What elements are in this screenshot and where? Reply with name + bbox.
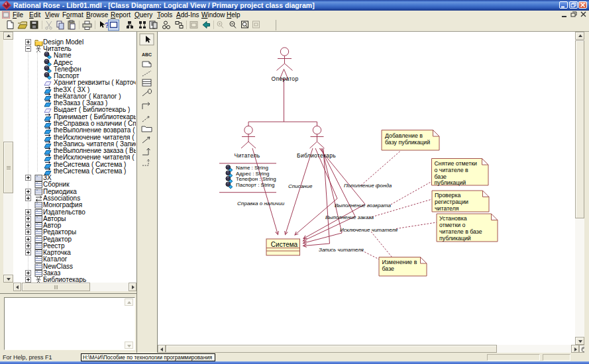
svg-text:Изменение в: Изменение в — [382, 259, 417, 265]
svg-text:ABC: ABC — [142, 52, 152, 57]
svg-text:отметки о: отметки о — [439, 222, 466, 228]
svg-text:о читателе в: о читателе в — [435, 167, 468, 173]
svg-text:Библиотекарь: Библиотекарь — [297, 152, 336, 159]
svg-text:Система: Система — [271, 241, 298, 248]
svg-text:читателя: читателя — [435, 205, 459, 212]
svg-text:Добавление в: Добавление в — [385, 132, 423, 139]
svg-text:Оператор: Оператор — [272, 75, 299, 82]
svg-text:Паспорт : String: Паспорт : String — [236, 182, 274, 188]
svg-text:Пополнение фонда: Пополнение фонда — [344, 183, 392, 189]
svg-text:базу публикаций: базу публикаций — [385, 139, 430, 146]
svg-text:Исключение читателя: Исключение читателя — [340, 227, 398, 233]
svg-text:регистрации: регистрации — [435, 199, 468, 205]
svg-text:Запись читателя: Запись читателя — [319, 247, 364, 253]
svg-text:Списание: Списание — [288, 183, 313, 189]
svg-text:читателе в базе: читателе в базе — [439, 228, 482, 235]
svg-text:Проверка: Проверка — [435, 192, 461, 199]
svg-text:Справка о наличии: Справка о наличии — [237, 201, 285, 206]
svg-text:Читатель: Читатель — [235, 152, 260, 159]
svg-text:базе: базе — [382, 265, 395, 272]
svg-text:Выполнение возврата: Выполнение возврата — [335, 203, 392, 208]
svg-text:публикаций: публикаций — [435, 179, 466, 186]
svg-text:публикаций: публикаций — [439, 235, 471, 242]
svg-text:Снятие отметки: Снятие отметки — [435, 160, 478, 167]
svg-text:Установка: Установка — [439, 215, 467, 222]
svg-text:Выполнение заказа: Выполнение заказа — [325, 214, 374, 220]
